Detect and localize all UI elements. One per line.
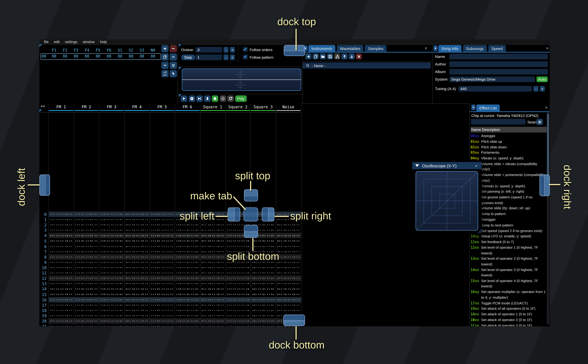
pattern-cell[interactable] [276, 302, 301, 308]
pattern-cell[interactable] [99, 276, 124, 281]
pattern-cell[interactable] [276, 292, 301, 297]
dock-right-target[interactable] [539, 175, 549, 196]
pattern-cell[interactable] [175, 302, 200, 308]
pattern-cell[interactable] [225, 297, 251, 302]
name-field[interactable] [449, 54, 548, 59]
author-field[interactable] [449, 61, 548, 67]
pattern-cell[interactable] [74, 313, 99, 318]
pattern-cell[interactable] [99, 281, 124, 286]
effect-row-10xy[interactable]: 10xySetup LFO (x: enable; y: speed) [470, 234, 547, 239]
pattern-cell[interactable] [251, 276, 276, 281]
pattern-cell[interactable] [150, 270, 175, 276]
pattern-cell[interactable] [200, 292, 225, 297]
pattern-cell[interactable] [124, 228, 150, 233]
pattern-cell[interactable] [175, 297, 200, 302]
instrument-folder-view-button[interactable] [334, 53, 340, 59]
pattern-cell[interactable] [200, 228, 225, 233]
pattern-cell[interactable] [200, 260, 225, 265]
pattern-cell[interactable] [150, 244, 175, 249]
pattern-cell[interactable] [200, 286, 225, 292]
pattern-cell[interactable] [200, 276, 225, 281]
pattern-cell[interactable] [48, 222, 74, 228]
pattern-cell[interactable] [124, 324, 150, 326]
move-instrument-down-button[interactable] [349, 53, 355, 59]
split-top-target[interactable] [244, 189, 258, 202]
pattern-cell[interactable] [150, 233, 175, 238]
pattern-cell[interactable] [74, 302, 99, 308]
pattern-cell[interactable] [150, 313, 175, 318]
pattern-cell[interactable] [175, 233, 200, 238]
pattern-cell[interactable] [175, 270, 200, 276]
poly-button[interactable]: Poly [235, 95, 246, 102]
effect-row-06xy[interactable]: 06xyVolume slide + portamento (compatibi… [470, 172, 547, 183]
pattern-cell[interactable] [150, 292, 175, 297]
channel-header-square-2[interactable]: Square 2 [228, 104, 248, 109]
pattern-cell[interactable] [251, 318, 276, 324]
order-cell[interactable]: 00 [140, 54, 144, 58]
channel-header-fm-6[interactable]: FM 6 [183, 104, 192, 109]
pattern-cell[interactable] [48, 318, 74, 324]
pattern-cell[interactable] [99, 222, 124, 228]
effect-row-0Axy[interactable]: 0AxyVolume slide (0y: down; x0: up) [470, 206, 547, 211]
pattern-cell[interactable] [276, 270, 301, 276]
pattern-cell[interactable] [150, 286, 175, 292]
pattern-cell[interactable] [200, 281, 225, 286]
pattern-cell[interactable] [276, 281, 301, 286]
open-instrument-button[interactable] [320, 53, 326, 59]
order-cell[interactable]: 00 [52, 54, 56, 58]
effect-row-09xx[interactable]: 09xxSet groove pattern (speed 1 if no gr… [470, 195, 547, 206]
octave-minus-button[interactable]: - [224, 47, 229, 53]
metronome-button[interactable] [220, 95, 226, 102]
deep-clone-order-button[interactable] [161, 70, 169, 77]
remove-order-button[interactable] [170, 45, 177, 52]
pattern-cell[interactable] [276, 222, 301, 228]
pattern-cell[interactable] [124, 276, 150, 281]
pattern-cell[interactable] [150, 238, 175, 244]
menu-item-window[interactable]: window [80, 40, 97, 44]
oscilloscope-xy-titlebar[interactable]: Oscilloscope (X-Y) × [412, 162, 482, 169]
order-cell[interactable]: 00 [107, 54, 111, 58]
pattern-cell[interactable] [124, 254, 150, 260]
pattern-cell[interactable] [225, 302, 251, 308]
pattern-row-4[interactable]: 4 [40, 233, 301, 238]
pattern-cell[interactable] [74, 265, 99, 270]
pattern-cell[interactable] [175, 249, 200, 254]
step-button[interactable]: Step [181, 55, 195, 60]
pattern-cell[interactable] [99, 308, 124, 313]
effect-row-0Bxx[interactable]: 0BxxJump to pattern [470, 211, 547, 217]
pattern-cell[interactable] [48, 265, 74, 270]
pattern-cell[interactable] [150, 318, 175, 324]
step-minus-button[interactable]: - [224, 55, 229, 60]
effect-row-1Axx[interactable]: 1AxxSet attack of operator 1 (0 to 1F) [470, 312, 547, 317]
channel-header-fm-5[interactable]: FM 5 [157, 104, 167, 109]
pattern-cell[interactable] [225, 281, 251, 286]
scrollbar-thumb[interactable] [547, 114, 549, 182]
close-oscilloscope-icon[interactable]: × [474, 163, 479, 168]
pattern-cell[interactable] [150, 254, 175, 260]
follow-pattern-checkbox[interactable]: ✔ [243, 55, 248, 59]
pattern-cell[interactable] [175, 244, 200, 249]
follow-orders-checkbox[interactable]: ✔ [243, 47, 248, 52]
tuning-minus-button[interactable]: - [533, 86, 538, 92]
pattern-row-12[interactable]: 12 [40, 276, 301, 281]
pattern-cell[interactable] [99, 238, 124, 244]
split-right-target[interactable] [262, 208, 274, 221]
duplicate-order-button[interactable] [161, 53, 169, 60]
pattern-cell[interactable] [276, 244, 301, 249]
pattern-cell[interactable] [99, 313, 124, 318]
channel-header-noise[interactable]: Noise [282, 104, 294, 109]
move-order-up-button[interactable] [170, 53, 177, 60]
pattern-cell[interactable] [276, 228, 301, 233]
dock-top-target[interactable] [284, 45, 305, 56]
effect-row-08xy[interactable]: 08xySet panning (x: left; y: right) [470, 189, 547, 195]
pattern-cell[interactable] [99, 212, 124, 217]
pattern-row-11[interactable]: 11 [40, 270, 301, 276]
tab-subsongs[interactable]: Subsongs [463, 45, 487, 52]
pattern-cell[interactable] [225, 270, 251, 276]
pattern-cell[interactable] [251, 265, 276, 270]
effect-row-12xx[interactable]: 12xxSet level of operator 1 (0 highest, … [470, 245, 547, 256]
pattern-cell[interactable] [124, 270, 150, 276]
effect-row-07xy[interactable]: 07xyTremolo (x: speed; y: depth) [470, 183, 547, 189]
pattern-cell[interactable] [175, 228, 200, 233]
pattern-cell[interactable] [175, 260, 200, 265]
